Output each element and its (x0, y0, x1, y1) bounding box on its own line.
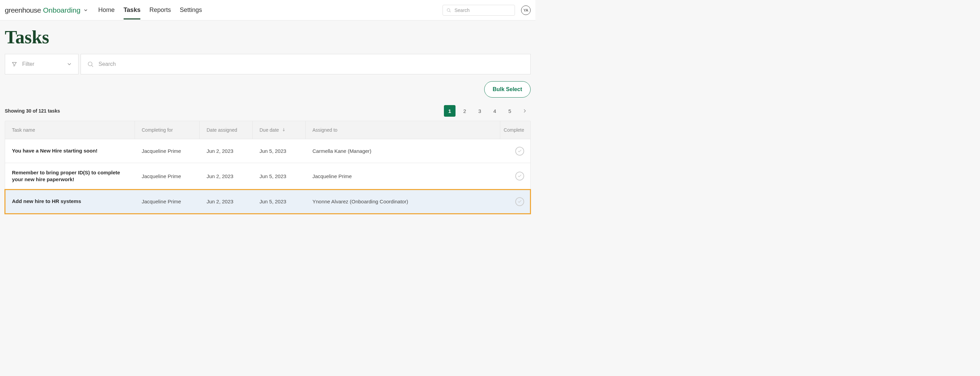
cell-date-assigned: Jun 2, 2023 (200, 142, 253, 160)
svg-point-0 (447, 8, 450, 11)
search-icon (87, 61, 94, 68)
table-row[interactable]: You have a New Hire starting soon! Jacqu… (5, 139, 530, 163)
page-body: Tasks Filter Bulk Select Showing 30 of 1… (0, 21, 535, 224)
cell-assigned-to: Ynonne Alvarez (Onboarding Coordinator) (305, 192, 500, 211)
chevron-down-icon (83, 8, 88, 13)
col-complete: Complete (500, 121, 531, 139)
brand-switcher[interactable]: greenhouse Onboarding (5, 6, 88, 14)
svg-point-1 (88, 62, 92, 66)
global-search[interactable] (442, 5, 515, 16)
bulk-select-button[interactable]: Bulk Select (484, 81, 531, 98)
cell-due-date: Jun 5, 2023 (253, 167, 305, 185)
check-icon (517, 149, 522, 154)
filter-label: Filter (22, 61, 35, 67)
cell-date-assigned: Jun 2, 2023 (200, 167, 253, 185)
task-search[interactable] (81, 54, 531, 75)
cell-complete (500, 191, 531, 212)
cell-assigned-to: Carmella Kane (Manager) (305, 142, 500, 160)
page-1[interactable]: 1 (444, 105, 455, 117)
showing-count: Showing 30 of 121 tasks (5, 108, 60, 114)
task-search-input[interactable] (98, 61, 524, 67)
cell-task-name: Remember to bring proper ID(S) to comple… (5, 163, 135, 189)
complete-toggle[interactable] (515, 171, 524, 181)
user-avatar[interactable]: YA (521, 5, 531, 15)
chevron-down-icon (67, 62, 72, 67)
col-assigned-to[interactable]: Assigned to (305, 121, 500, 139)
filter-icon (11, 61, 18, 67)
page-next[interactable] (519, 105, 531, 117)
pagination: 1 2 3 4 5 (444, 105, 531, 117)
complete-toggle[interactable] (515, 147, 524, 155)
page-title: Tasks (5, 27, 531, 48)
cell-complete (500, 165, 531, 187)
avatar-initials: YA (523, 8, 528, 12)
brand-name: greenhouse (5, 6, 41, 14)
search-icon (446, 8, 451, 13)
page-3[interactable]: 3 (474, 105, 485, 117)
table-row[interactable]: Remember to bring proper ID(S) to comple… (5, 163, 530, 190)
filter-dropdown[interactable]: Filter (5, 54, 78, 75)
chevron-right-icon (522, 108, 528, 114)
brand-product: Onboarding (43, 6, 81, 14)
tasks-table: Task name Completing for Date assigned D… (5, 121, 531, 214)
page-5[interactable]: 5 (504, 105, 515, 117)
page-4[interactable]: 4 (489, 105, 501, 117)
bulk-select-row: Bulk Select (5, 81, 531, 98)
check-icon (517, 174, 522, 178)
cell-completing-for: Jacqueline Prime (135, 142, 200, 160)
cell-completing-for: Jacqueline Prime (135, 167, 200, 185)
col-due-date[interactable]: Due date (253, 121, 305, 139)
sort-descending-icon (282, 127, 286, 133)
complete-toggle[interactable] (515, 197, 524, 206)
cell-date-assigned: Jun 2, 2023 (200, 192, 253, 211)
col-due-date-label: Due date (259, 127, 279, 133)
cell-task-name: Add new hire to HR systems (5, 192, 135, 211)
filter-bar: Filter (5, 54, 531, 75)
check-icon (517, 199, 522, 204)
col-task-name[interactable]: Task name (5, 121, 135, 139)
page-2[interactable]: 2 (459, 105, 471, 117)
nav-tasks[interactable]: Tasks (124, 1, 141, 19)
nav-settings[interactable]: Settings (180, 1, 202, 19)
cell-due-date: Jun 5, 2023 (253, 192, 305, 211)
table-meta-row: Showing 30 of 121 tasks 1 2 3 4 5 (5, 105, 531, 117)
main-nav: Home Tasks Reports Settings (98, 1, 202, 19)
table-row[interactable]: Add new hire to HR systems Jacqueline Pr… (5, 190, 530, 214)
cell-completing-for: Jacqueline Prime (135, 192, 200, 211)
col-completing-for[interactable]: Completing for (135, 121, 200, 139)
cell-due-date: Jun 5, 2023 (253, 142, 305, 160)
cell-task-name: You have a New Hire starting soon! (5, 141, 135, 160)
nav-reports[interactable]: Reports (149, 1, 171, 19)
cell-assigned-to: Jacqueline Prime (305, 167, 500, 185)
top-nav: greenhouse Onboarding Home Tasks Reports… (0, 0, 535, 21)
nav-home[interactable]: Home (98, 1, 115, 19)
table-header: Task name Completing for Date assigned D… (5, 121, 530, 139)
col-date-assigned[interactable]: Date assigned (200, 121, 253, 139)
global-search-input[interactable] (455, 8, 511, 13)
cell-complete (500, 141, 531, 162)
